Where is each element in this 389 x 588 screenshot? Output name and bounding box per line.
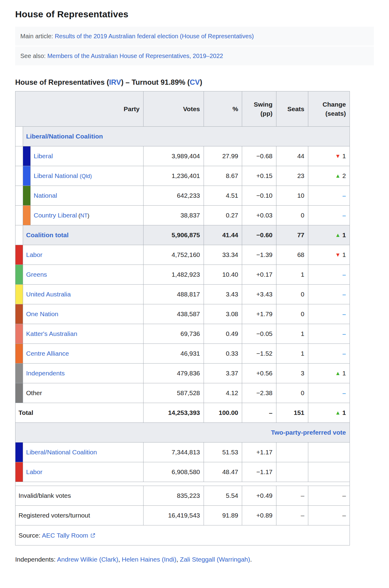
source-prefix: Source: — [19, 532, 42, 539]
party-name-cell: Greens — [23, 265, 144, 285]
change-value: 1 — [342, 409, 346, 416]
percent-cell: 5.54 — [204, 486, 242, 506]
footnote-separator: , — [118, 556, 122, 563]
total-label-cell: Total — [15, 403, 144, 423]
caption-link[interactable]: IRV — [109, 78, 121, 86]
percent-cell: 3.08 — [204, 304, 242, 324]
row-invalid-blank-votes: Invalid/blank votes835,2235.54+0.49–– — [15, 486, 350, 506]
change-cell: – — [308, 324, 350, 344]
swing-cell: −0.68 — [242, 146, 276, 166]
party-name-cell: One Nation — [23, 304, 144, 324]
see-also-link[interactable]: Members of the Australian House of Repre… — [47, 53, 223, 59]
main-article-link[interactable]: Results of the 2019 Australian federal e… — [55, 33, 254, 39]
party-link[interactable]: (Qld) — [80, 173, 92, 179]
party-link[interactable]: One Nation — [26, 310, 58, 317]
steady-indicator: – — [342, 291, 346, 298]
group-header-link[interactable]: Liberal/National Coalition — [26, 133, 103, 140]
seats-cell: – — [276, 486, 308, 506]
footnote-separator: . — [250, 556, 252, 563]
votes-cell: 38,837 — [144, 206, 204, 225]
seats-cell: – — [276, 506, 308, 525]
row-katters-australian: Katter's Australian69,7360.49−0.051– — [15, 324, 350, 344]
change-cell: ▲1 — [308, 225, 350, 245]
party-name-cell: Independents — [23, 364, 144, 383]
independent-seat-link[interactable]: (Warringah) — [217, 556, 250, 563]
row-spacer — [15, 482, 350, 486]
seats-cell: 0 — [276, 206, 308, 225]
party-color-swatch — [23, 186, 31, 206]
party-name-cell: Liberal — [31, 146, 144, 166]
independent-name-link[interactable]: Andrew Wilkie — [57, 556, 97, 563]
votes-cell: 835,223 — [144, 486, 204, 506]
independent-seat-link[interactable]: (Clark) — [99, 556, 118, 563]
meta-label-cell: Registered voters/turnout — [15, 506, 144, 525]
subtotal-label-cell: Coalition total — [23, 225, 144, 245]
seats-cell: 68 — [276, 245, 308, 265]
seats-cell: 3 — [276, 364, 308, 383]
subtotal-link[interactable]: Coalition total — [26, 231, 69, 238]
column-header-change: Change(seats) — [308, 91, 350, 127]
table-caption: House of Representatives (IRV) – Turnout… — [15, 78, 374, 87]
caption-link[interactable]: CV — [190, 78, 200, 86]
results-table: PartyVotes%Swing(pp)SeatsChange(seats)Li… — [15, 91, 350, 545]
independent-name-link[interactable]: Zali Steggall — [180, 556, 215, 563]
party-color-swatch — [15, 324, 23, 344]
party-link[interactable]: Labor — [26, 468, 42, 475]
tpp-band-link[interactable]: Two-party-preferred vote — [271, 429, 346, 436]
percent-cell: 0.49 — [204, 324, 242, 344]
row-coalition-total: Coalition total5,906,87541.44−0.6077▲1 — [15, 225, 350, 245]
party-name-cell: Katter's Australian — [23, 324, 144, 344]
party-link[interactable]: Greens — [26, 271, 47, 278]
row-liberal-national-qld: Liberal National (Qld)1,236,4018.67+0.15… — [15, 166, 350, 186]
votes-cell: 69,736 — [144, 324, 204, 344]
indent-cell — [15, 127, 23, 146]
percent-cell: 51.53 — [204, 443, 242, 462]
votes-cell: 479,836 — [144, 364, 204, 383]
seats-cell — [276, 443, 308, 462]
swing-cell: −0.10 — [242, 186, 276, 206]
party-link[interactable]: Centre Alliance — [26, 350, 69, 357]
independent-seat-link[interactable]: (Indi) — [162, 556, 176, 563]
party-name-cell: Other — [23, 383, 144, 403]
swing-cell: +3.43 — [242, 285, 276, 304]
footnote-separator: , — [176, 556, 180, 563]
row-national: National642,2334.51−0.1010– — [15, 186, 350, 206]
change-cell: ▲1 — [308, 403, 350, 423]
row-liberal: Liberal3,989,40427.99−0.6844▼1 — [15, 146, 350, 166]
indent-cell — [15, 186, 23, 206]
party-link[interactable]: Labor — [26, 251, 42, 258]
party-link[interactable]: Liberal/National Coalition — [26, 449, 97, 456]
votes-cell: 5,906,875 — [144, 225, 204, 245]
meta-label-cell: Invalid/blank votes — [15, 486, 144, 506]
change-cell: – — [308, 506, 350, 525]
percent-cell: 91.89 — [204, 506, 242, 525]
party-color-swatch — [23, 206, 31, 225]
party-link[interactable]: Country Liberal — [34, 212, 77, 219]
party-link[interactable]: Independents — [26, 370, 65, 377]
percent-cell: 0.27 — [204, 206, 242, 225]
hatnote-see-also: See also: Members of the Australian Hous… — [15, 46, 374, 65]
increase-icon: ▲ — [335, 232, 340, 238]
seats-cell: 151 — [276, 403, 308, 423]
party-label-text: Other — [26, 389, 42, 396]
caption-text: ) — [200, 78, 202, 86]
independent-name-link[interactable]: Helen Haines — [122, 556, 160, 563]
votes-cell: 14,253,393 — [144, 403, 204, 423]
swing-cell: +0.49 — [242, 486, 276, 506]
party-link[interactable]: Katter's Australian — [26, 330, 77, 337]
change-cell: ▲2 — [308, 166, 350, 186]
party-link[interactable]: Liberal — [34, 152, 53, 159]
party-name-cell: National — [31, 186, 144, 206]
seats-cell: 10 — [276, 186, 308, 206]
party-link[interactable]: Liberal National — [34, 172, 78, 179]
party-link[interactable]: National — [34, 192, 57, 199]
votes-cell: 46,931 — [144, 344, 204, 364]
page-title: House of Representatives — [15, 9, 374, 19]
column-header-party: Party — [15, 91, 144, 127]
party-link[interactable]: NT — [80, 213, 87, 219]
swing-cell: −0.05 — [242, 324, 276, 344]
votes-cell: 3,989,404 — [144, 146, 204, 166]
source-link[interactable]: AEC Tally Room — [42, 532, 88, 539]
party-link[interactable]: United Australia — [26, 291, 71, 298]
steady-indicator: – — [342, 310, 346, 317]
